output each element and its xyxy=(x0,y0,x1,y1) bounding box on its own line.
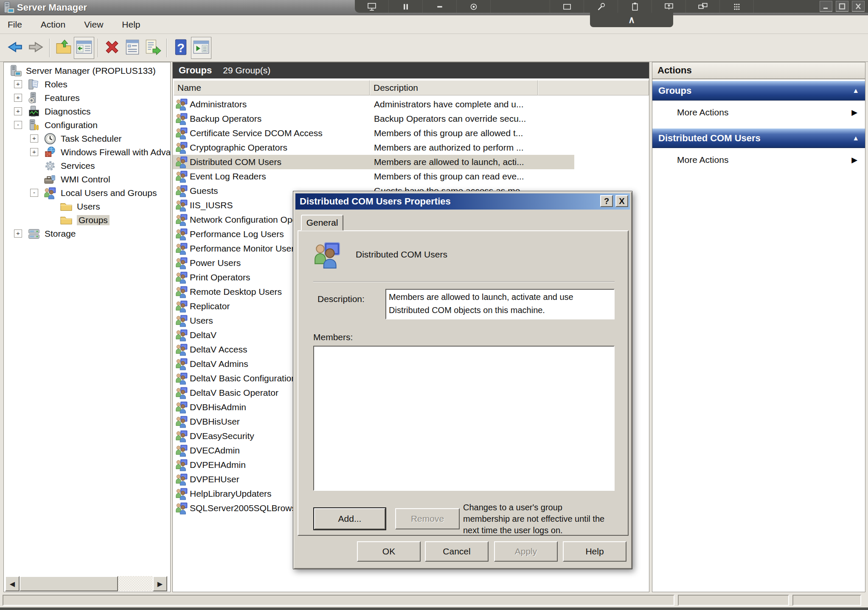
tree-item-storage[interactable]: +Storage xyxy=(4,227,170,241)
description-field[interactable]: Members are allowed to launch, activate … xyxy=(385,289,615,319)
action-more-actions-groups[interactable]: More Actions▶ xyxy=(652,103,865,122)
users-group-icon xyxy=(175,358,188,370)
expand-icon[interactable]: + xyxy=(14,80,22,88)
scrollbar-thumb[interactable] xyxy=(20,576,118,591)
scroll-left-arrow-icon[interactable]: ◀ xyxy=(5,576,20,591)
overlay-window-icon[interactable] xyxy=(550,0,584,13)
tree-item-windows-firewall-with-advanced-security[interactable]: +Windows Firewall with Advanced Security xyxy=(4,146,170,159)
tab-general[interactable]: General xyxy=(301,215,343,231)
members-list[interactable] xyxy=(313,346,615,491)
collapse-arrow-icon[interactable]: ▲ xyxy=(852,87,859,95)
list-row-certificate-service-dcom-access[interactable]: Certificate Service DCOM AccessMembers o… xyxy=(173,126,649,140)
group-count: 29 Group(s) xyxy=(223,65,270,76)
action-pane-button[interactable] xyxy=(191,37,211,59)
tree-item-groups[interactable]: Groups xyxy=(4,213,170,227)
tree-item-features[interactable]: +Features xyxy=(4,91,170,105)
action-pane-icon xyxy=(192,38,210,58)
users-group-icon xyxy=(175,487,188,500)
overlay-monitor-icon[interactable] xyxy=(355,0,389,13)
collapse-icon[interactable]: - xyxy=(14,121,22,129)
tree-item-label: Local Users and Groups xyxy=(61,188,157,198)
dialog-close-button[interactable]: X xyxy=(615,195,628,207)
scroll-right-arrow-icon[interactable]: ▶ xyxy=(153,576,167,591)
menu-bar: FileActionViewHelp xyxy=(0,15,868,34)
minimize-button[interactable] xyxy=(820,1,832,12)
list-row-distributed-com-users[interactable]: Distributed COM UsersMembers are allowed… xyxy=(173,155,649,169)
dialog-title: Distributed COM Users Properties xyxy=(300,196,451,207)
column-header-description[interactable]: Description xyxy=(370,80,538,95)
tree-item-configuration[interactable]: -Configuration xyxy=(4,118,170,132)
back-arrow-button[interactable] xyxy=(5,37,25,59)
group-name: DeltaV Basic Configuration xyxy=(190,373,296,383)
menu-help[interactable]: Help xyxy=(122,20,140,30)
tree-item-server-manager-proplus133[interactable]: Server Manager (PROPLUS133) xyxy=(4,64,170,78)
close-button[interactable] xyxy=(852,1,865,12)
up-folder-icon xyxy=(55,38,73,58)
tree-item-wmi-control[interactable]: WMI Control xyxy=(4,173,170,186)
cancel-button[interactable]: Cancel xyxy=(425,541,489,562)
overlay-screens-icon[interactable] xyxy=(686,0,720,13)
column-header-name[interactable]: Name xyxy=(174,80,370,95)
server-manager-app-icon xyxy=(3,1,15,14)
expand-icon[interactable]: + xyxy=(30,134,38,143)
group-name: Backup Operators xyxy=(190,114,261,124)
help-button[interactable]: Help xyxy=(563,541,626,562)
properties-button[interactable] xyxy=(122,37,143,59)
configuration-icon xyxy=(28,119,40,132)
menu-view[interactable]: View xyxy=(84,20,103,30)
tree-item-users[interactable]: Users xyxy=(4,200,170,213)
users-group-icon xyxy=(175,430,188,442)
add-button[interactable]: Add... xyxy=(314,508,385,529)
chevron-up-icon: ∧ xyxy=(628,14,635,25)
overlay-pause-icon[interactable] xyxy=(389,0,423,13)
export-list-button[interactable] xyxy=(143,37,163,59)
tree-item-local-users-and-groups[interactable]: -Local Users and Groups xyxy=(4,186,170,200)
dialog-help-button[interactable]: ? xyxy=(600,195,613,207)
up-folder-button[interactable] xyxy=(53,37,74,59)
list-row-administrators[interactable]: AdministratorsAdministrators have comple… xyxy=(173,97,649,112)
delete-button[interactable] xyxy=(102,37,122,59)
actions-section-distributed-com-users[interactable]: Distributed COM Users▲ xyxy=(652,129,865,148)
list-row-cryptographic-operators[interactable]: Cryptographic OperatorsMembers are autho… xyxy=(173,140,649,155)
overlay-grid-dots-icon[interactable] xyxy=(720,0,754,13)
ok-button[interactable]: OK xyxy=(357,541,421,562)
overlay-tools-icon[interactable] xyxy=(584,0,618,13)
tree-item-services[interactable]: Services xyxy=(4,159,170,173)
actions-section-groups[interactable]: Groups▲ xyxy=(652,81,865,101)
collapse-icon[interactable]: - xyxy=(30,189,38,197)
list-row-event-log-readers[interactable]: Event Log ReadersMembers of this group c… xyxy=(173,169,649,184)
menu-action[interactable]: Action xyxy=(41,20,65,30)
features-icon xyxy=(28,92,40,104)
tree-item-label: Diagnostics xyxy=(45,106,91,117)
forward-arrow-button[interactable] xyxy=(25,37,46,59)
action-more-actions-distributed-com-users[interactable]: More Actions▶ xyxy=(652,151,865,169)
menu-file[interactable]: File xyxy=(8,20,22,30)
overlay-minimize-bar-icon[interactable] xyxy=(423,0,457,13)
expand-icon[interactable]: + xyxy=(30,148,38,156)
tree-horizontal-scrollbar[interactable]: ◀ ▶ xyxy=(5,576,167,591)
help-button[interactable]: ? xyxy=(171,37,191,59)
users-group-icon xyxy=(175,444,188,457)
maximize-button[interactable] xyxy=(836,1,848,12)
list-row-backup-operators[interactable]: Backup OperatorsBackup Operators can ove… xyxy=(173,112,649,126)
overlay-clipboard-icon[interactable] xyxy=(618,0,652,13)
overlay-collapse-tab[interactable]: ∧ xyxy=(590,13,673,27)
window-title: Server Manager xyxy=(17,2,87,13)
collapse-arrow-icon[interactable]: ▲ xyxy=(852,134,859,142)
console-tree-button[interactable] xyxy=(74,37,94,59)
action-label: More Actions xyxy=(677,107,728,118)
group-name: Distributed COM Users xyxy=(190,157,281,167)
expand-icon[interactable]: + xyxy=(14,107,22,115)
dialog-title-bar[interactable]: Distributed COM Users Properties xyxy=(295,193,630,210)
expand-icon[interactable]: + xyxy=(14,229,22,238)
expand-icon[interactable]: + xyxy=(14,94,22,102)
scrollbar-track[interactable] xyxy=(20,576,153,591)
tree-item-task-scheduler[interactable]: +Task Scheduler xyxy=(4,132,170,146)
users-group-icon xyxy=(175,257,188,269)
tree-item-roles[interactable]: +Roles xyxy=(4,78,170,91)
tree-item-label: Configuration xyxy=(45,120,98,130)
tree-item-diagnostics[interactable]: +Diagnostics xyxy=(4,105,170,118)
column-header-blank[interactable] xyxy=(538,80,649,95)
overlay-record-icon[interactable] xyxy=(457,0,491,13)
overlay-present-icon[interactable] xyxy=(652,0,686,13)
